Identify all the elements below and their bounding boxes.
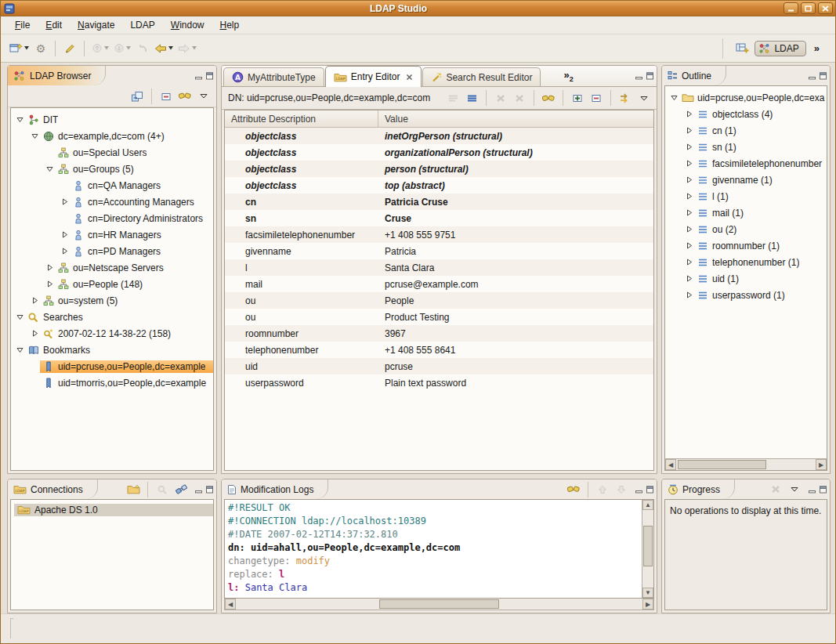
tree-item-body[interactable]: l (1) <box>694 190 827 203</box>
tree-item-body[interactable]: telephonenumber (1) <box>694 256 827 269</box>
expander-icon[interactable] <box>683 291 694 298</box>
close-tab-icon[interactable] <box>406 74 413 81</box>
expander-icon[interactable] <box>14 116 25 123</box>
tree-item-body[interactable]: ou=People (148) <box>55 278 213 291</box>
tree-item[interactable]: ou=People (148) <box>11 276 213 292</box>
expander-icon[interactable] <box>59 198 70 205</box>
view-menu-button[interactable] <box>786 482 803 497</box>
scroll-thumb[interactable] <box>643 526 653 567</box>
tree-item[interactable]: ou=Netscape Servers <box>11 259 213 276</box>
table-row[interactable]: roomnumber3967 <box>225 325 653 342</box>
table-row[interactable]: objectclasstop (abstract) <box>225 177 653 194</box>
scroll-right-arrow[interactable]: ▶ <box>816 459 827 470</box>
scroll-down-arrow[interactable]: ▼ <box>642 588 653 598</box>
tree-item-body[interactable]: uid=tmorris,ou=People,dc=example <box>40 377 213 389</box>
tree-item-body[interactable]: 2007-02-12 14-38-22 (158) <box>40 327 213 340</box>
expander-icon[interactable] <box>44 165 55 172</box>
expander-icon[interactable] <box>683 143 694 150</box>
table-row[interactable]: snCruse <box>225 210 653 226</box>
tree-item-body[interactable]: ou=Special Users <box>55 147 213 159</box>
expander-icon[interactable] <box>683 226 694 233</box>
table-row[interactable]: uidpcruse <box>225 358 653 374</box>
tree-item-body[interactable]: cn=PD Managers <box>70 245 213 258</box>
scroll-thumb[interactable] <box>379 599 499 609</box>
connections-tab[interactable]: LDAP Connections <box>8 479 98 499</box>
tree-item[interactable]: 2007-02-12 14-38-22 (158) <box>11 325 213 342</box>
preferences-button[interactable]: ⚙ <box>32 39 49 58</box>
expander-icon[interactable] <box>683 110 694 118</box>
tree-item-body[interactable]: facsimiletelephonenumber (1) <box>694 157 827 170</box>
view-menu-button[interactable] <box>635 89 653 107</box>
expander-icon[interactable] <box>683 193 694 200</box>
tree-item-body[interactable]: userpassword (1) <box>694 289 827 302</box>
scroll-left-arrow[interactable]: ◀ <box>225 599 236 610</box>
expander-icon[interactable] <box>683 160 694 167</box>
tree-item-body[interactable]: givenname (1) <box>694 174 827 186</box>
tree-item[interactable]: userpassword (1) <box>665 287 827 303</box>
dropdown-arrow-icon[interactable] <box>126 46 131 50</box>
tree-item-body[interactable]: uid (1) <box>694 273 827 285</box>
table-row[interactable]: mailpcruse@example.com <box>225 276 653 292</box>
minimize-panel-button[interactable] <box>635 72 643 80</box>
maximize-window-button[interactable] <box>801 2 816 14</box>
tree-item-body[interactable]: cn (1) <box>694 125 827 137</box>
expander-icon[interactable] <box>59 248 70 255</box>
expander-icon[interactable] <box>14 346 25 353</box>
expander-icon[interactable] <box>683 242 694 249</box>
tree-item-body[interactable]: ou=system (5) <box>40 295 213 307</box>
scroll-left-arrow[interactable]: ◀ <box>665 459 676 470</box>
expander-icon[interactable] <box>683 209 694 216</box>
expander-icon[interactable] <box>683 127 694 134</box>
minimize-panel-button[interactable] <box>194 486 203 494</box>
tree-item-body[interactable]: cn=HR Managers <box>70 229 213 241</box>
attr-description-column-header[interactable]: Attribute Description <box>225 110 378 127</box>
dropdown-arrow-icon[interactable] <box>104 46 109 50</box>
tree-item[interactable]: cn=QA Managers <box>11 177 213 194</box>
table-row[interactable]: ouPeople <box>225 292 653 309</box>
tree-item[interactable]: Searches <box>11 309 213 325</box>
maximize-panel-button[interactable] <box>205 72 214 80</box>
tree-item-body[interactable]: roomnumber (1) <box>694 240 827 252</box>
expander-icon[interactable] <box>29 297 40 304</box>
tree-item-selected[interactable]: uid=pcruse,ou=People,dc=example <box>40 360 213 373</box>
close-connection-button[interactable] <box>172 482 190 497</box>
scroll-thumb[interactable] <box>678 460 766 469</box>
dropdown-arrow-icon[interactable] <box>192 46 197 50</box>
new-button[interactable] <box>8 39 31 58</box>
open-perspective-button[interactable] <box>733 39 751 58</box>
menu-item-ldap[interactable]: LDAP <box>122 17 162 33</box>
tree-item[interactable]: ou=Groups (5) <box>11 161 213 177</box>
table-row[interactable]: lSanta Clara <box>225 259 653 276</box>
tree-item[interactable]: DIT <box>11 111 213 128</box>
more-editors-chevron[interactable]: »2 <box>563 69 573 83</box>
logs-vertical-scrollbar[interactable]: ▲ ▼ <box>642 500 653 598</box>
table-row[interactable]: givennamePatricia <box>225 243 653 259</box>
tree-item[interactable]: ou=Special Users <box>11 144 213 161</box>
tree-item[interactable]: facsimiletelephonenumber (1) <box>665 155 827 172</box>
menu-item-navigate[interactable]: Navigate <box>70 17 122 33</box>
menu-item-edit[interactable]: Edit <box>38 17 70 33</box>
collapse-all-button[interactable] <box>588 89 605 107</box>
perspective-more-chevron[interactable]: » <box>809 42 824 54</box>
minimize-panel-button[interactable] <box>194 72 203 80</box>
maximize-panel-button[interactable] <box>646 486 654 494</box>
collapse-all-button[interactable] <box>157 87 175 106</box>
maximize-panel-button[interactable] <box>819 72 827 80</box>
minimize-window-button[interactable] <box>784 2 798 14</box>
tree-item-body[interactable]: sn (1) <box>694 141 827 154</box>
editor-tab-search-result-editor[interactable]: Search Result Editor <box>422 67 541 86</box>
quick-search-button[interactable] <box>540 89 557 107</box>
table-row[interactable]: facsimiletelephonenumber+1 408 555 9751 <box>225 226 653 243</box>
ldif-log-text[interactable]: #!RESULT OK#!CONNECTION ldap://localhost… <box>225 500 642 598</box>
maximize-panel-button[interactable] <box>205 486 214 494</box>
expander-icon[interactable] <box>29 330 40 337</box>
tree-item[interactable]: sn (1) <box>665 139 827 155</box>
tree-item[interactable]: Bookmarks <box>11 342 213 358</box>
ldap-browser-tab[interactable]: LDAP Browser <box>8 66 106 85</box>
show-raw-values-button[interactable] <box>463 89 480 107</box>
tree-item[interactable]: roomnumber (1) <box>665 237 827 254</box>
expander-icon[interactable] <box>683 275 694 282</box>
scroll-right-arrow[interactable]: ▶ <box>642 599 653 610</box>
close-window-button[interactable] <box>818 2 833 14</box>
tree-item-body[interactable]: cn=Directory Administrators <box>70 212 213 225</box>
